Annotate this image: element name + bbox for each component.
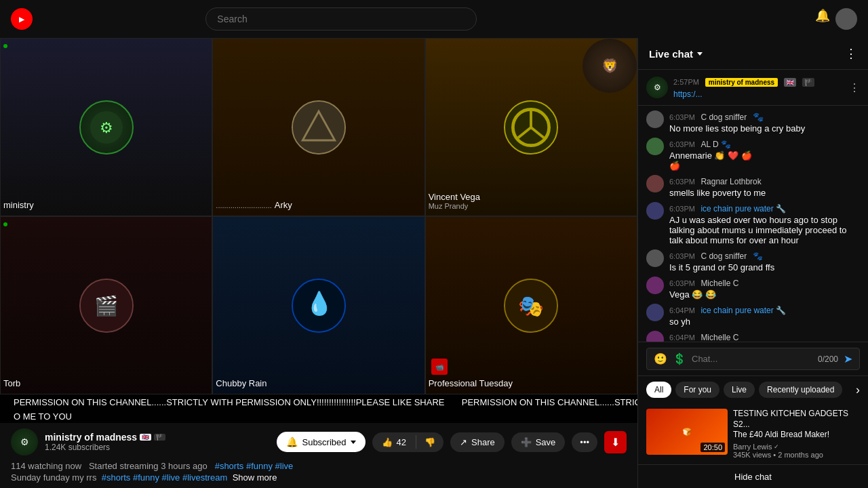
filter-tabs: All For you Live Recently uploaded › [638,375,868,403]
chat-header: Live chat ⋮ [638,38,868,70]
chat-message: 6:04PM Michelle C It's only 5 grand 😂 😂 … [638,329,868,342]
msg-avatar [646,138,664,155]
chat-text-input[interactable] [692,354,812,364]
youtube-logo[interactable]: ▶ [11,8,33,30]
rec-item[interactable]: 🍞 20:50 TESTING KITCHEN GADGETS S2... Th… [638,403,868,464]
grid-cell-vincent: Vincent Vega Muz Prandy 🦁 [425,38,637,216]
msg-avatar [646,202,664,220]
pinned-message: ⚙ 2:57PM ministry of madness 🇬🇧 🏴 https:… [638,70,868,106]
tab-recently-uploaded[interactable]: Recently uploaded [759,382,842,398]
show-more-button[interactable]: Show more [233,472,277,483]
channel-info-section: ⚙ ministry of madness 🇬🇧 🏴 1.24K subscri… [0,423,637,458]
pinned-icon-2: 🏴 [802,78,814,87]
video-desc-text: Sunday funday my rrs #shorts #funny #liv… [11,472,627,483]
download-button[interactable]: ⬇ [604,431,627,453]
cell-label-vincent: Vincent Vega Muz Prandy [429,192,480,210]
share-button[interactable]: ↗ Share [450,432,505,452]
chat-more-button[interactable]: ⋮ [845,46,857,61]
chat-message: 6:03PM Michelle C Vega 😂 😂 [638,274,868,302]
msg-body: 6:04PM Michelle C It's only 5 grand 😂 😂 … [669,331,860,342]
verified-icon: ✓ [774,443,779,450]
msg-avatar [646,175,664,192]
scrolling-ticker: PERMISSION ON THIS CHANNEL......STRICTLY… [0,394,637,410]
subscribe-button[interactable]: 🔔 Subscribed [277,432,365,452]
msg-body: 6:03PM C dog sniffer 🐾 No more lies stop… [669,110,805,134]
channel-name: ministry of madness 🇬🇧 🏴 [45,432,270,443]
search-input[interactable] [205,7,477,30]
channel-subscribers: 1.24K subscribers [45,443,270,452]
svg-text:🎬: 🎬 [94,293,119,317]
cell-label-chubby: Chubby Rain [216,378,267,388]
svg-text:🎭: 🎭 [518,293,544,319]
cell-label-torb: Torb [3,378,20,388]
save-button[interactable]: ➕ Save [511,432,566,452]
svg-text:⚙: ⚙ [100,119,113,136]
video-live-info: 114 watching now Started streaming 3 hou… [11,461,627,471]
msg-avatar [646,304,664,321]
rec-channel: Barry Lewis ✓ [733,443,860,451]
user-avatar[interactable] [835,8,857,30]
msg-body: 6:04PM ice chain pure water 🔧 so yh [669,304,786,327]
chat-input-row: 🙂 💲 0/200 ➤ [646,348,860,370]
grid-cell-arky: ........................... Arky [212,38,425,216]
notification-icon[interactable]: 🔔 [815,8,830,30]
msg-body: 6:03PM Ragnar Lothbrok smells like pover… [669,175,766,198]
like-button[interactable]: 👍 42 [372,432,416,452]
msg-body: 6:03PM C dog sniffer 🐾 Is it 5 grand or … [669,249,774,272]
live-chat-title[interactable]: Live chat [649,48,703,60]
channel-badge-1: 🇬🇧 [140,434,151,441]
hide-chat-button[interactable]: Hide chat [734,472,772,482]
svg-text:💧: 💧 [304,289,333,317]
hide-chat-section: Hide chat [638,464,868,488]
msg-avatar [646,110,664,128]
tab-live[interactable]: Live [724,382,755,398]
pinned-icon-1: 🇬🇧 [784,78,796,87]
more-options-button[interactable]: ••• [572,432,597,452]
grid-cell-chubby: 💧 Chubby Rain [212,216,425,394]
tab-for-you[interactable]: For you [675,382,719,398]
search-container [205,7,477,30]
video-tags[interactable]: #shorts #funny #live [215,461,294,471]
emoji-button[interactable]: 🙂 [654,352,667,365]
like-dislike-group: 👍 42 👎 [372,432,443,452]
rec-thumbnail: 🍞 20:50 [646,409,728,455]
cell-label-arky: ........................... Arky [216,200,292,210]
grid-cell-torb: 🎬 Torb [0,216,212,394]
grid-cell-prof: 🎭 Professional Tuesday 📹 [425,216,637,394]
chat-message: 6:03PM C dog sniffer 🐾 No more lies stop… [638,108,868,136]
msg-body: 6:03PM AL D 🐾 Annemarie 👏 ❤️ 🍎 🍎 [669,138,752,171]
chat-message: 6:03PM ice chain pure water 🔧 AJ u was a… [638,200,868,247]
video-description-section: 114 watching now Started streaming 3 hou… [0,458,637,488]
chat-messages[interactable]: 6:03PM C dog sniffer 🐾 No more lies stop… [638,106,868,342]
dislike-button[interactable]: 👎 [416,432,443,452]
chat-message: 6:03PM C dog sniffer 🐾 Is it 5 grand or … [638,247,868,274]
chat-input-area: 🙂 💲 0/200 ➤ [638,342,868,375]
scrolling-ticker-2: O ME TO YOU [0,410,637,423]
grid-cell-ministry: ⚙ ministry [0,38,212,216]
chat-message: 6:03PM Ragnar Lothbrok smells like pover… [638,173,868,200]
rec-title: TESTING KITCHEN GADGETS S2... The £40 Al… [733,409,860,441]
pinned-more-button[interactable]: ⋮ [849,81,860,94]
send-button[interactable]: ➤ [844,352,852,365]
rec-info: TESTING KITCHEN GADGETS S2... The £40 Al… [733,409,860,459]
pinned-link[interactable]: https:/... [673,89,703,99]
cell-label-prof: Professional Tuesday [429,378,513,388]
msg-body: 6:03PM Michelle C Vega 😂 😂 [669,277,738,300]
top-bar: ▶ 🔔 [0,0,868,38]
pinned-avatar: ⚙ [646,77,668,98]
tab-nav-right[interactable]: › [856,383,860,397]
tab-all[interactable]: All [646,382,671,398]
rec-meta: 345K views • 2 months ago [733,451,860,459]
channel-avatar[interactable]: ⚙ [11,428,38,455]
pinned-content: 2:57PM ministry of madness 🇬🇧 🏴 https:/.… [673,75,844,100]
msg-avatar [646,249,664,267]
msg-avatar [646,277,664,294]
cell-label-ministry: ministry [3,200,34,210]
superschat-button[interactable]: 💲 [673,352,686,365]
channel-details: ministry of madness 🇬🇧 🏴 1.24K subscribe… [45,432,270,452]
video-player: ⚙ ministry ........................... A… [0,38,637,394]
chat-message: 6:03PM AL D 🐾 Annemarie 👏 ❤️ 🍎 🍎 [638,136,868,173]
rec-duration: 20:50 [701,443,725,452]
video-desc-tags[interactable]: #shorts #funny #live #livestream [102,472,228,483]
pinned-badge: ministry of madness [705,78,778,87]
